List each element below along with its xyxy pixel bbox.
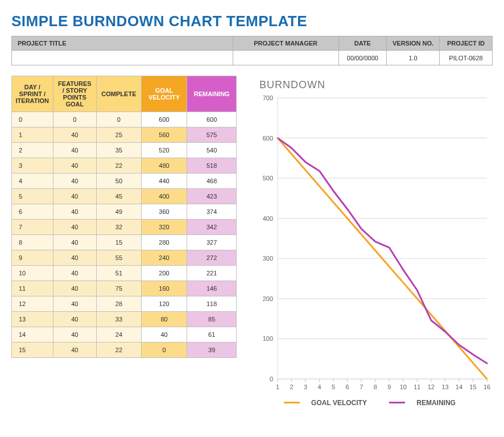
svg-text:300: 300	[263, 255, 273, 262]
cell: 40	[53, 189, 97, 204]
cell: 120	[141, 296, 187, 312]
val-project-title[interactable]	[12, 51, 233, 65]
chart-title: BURNDOWN	[259, 79, 493, 91]
cell: 40	[53, 158, 97, 174]
val-date[interactable]: 00/00/0000	[338, 51, 387, 65]
val-project-manager[interactable]	[233, 51, 338, 65]
th-day: DAY / SPRINT / ITERATION	[12, 76, 53, 112]
cell: 423	[187, 189, 237, 204]
table-row: 34022480518	[12, 158, 237, 174]
svg-text:9: 9	[387, 384, 391, 390]
svg-text:700: 700	[263, 94, 273, 101]
cell: 327	[187, 235, 237, 250]
table-row: 124028120118	[12, 296, 237, 312]
cell: 10	[12, 266, 53, 281]
cell: 24	[97, 327, 142, 343]
svg-text:15: 15	[469, 384, 476, 390]
cell: 12	[12, 296, 53, 312]
cell: 15	[97, 235, 142, 250]
svg-text:200: 200	[263, 295, 273, 302]
cell: 468	[187, 174, 237, 189]
th-project-id: PROJECT ID	[440, 36, 493, 51]
cell: 85	[187, 312, 237, 327]
cell: 320	[141, 220, 187, 235]
cell: 22	[97, 158, 142, 174]
cell: 342	[187, 220, 237, 235]
th-complete: COMPLETE	[97, 76, 142, 112]
chart-area: BURNDOWN 0100200300400500600700123456789…	[254, 76, 493, 407]
legend-goal: GOAL VELOCITY	[284, 399, 374, 407]
th-date: DATE	[338, 36, 387, 51]
table-row: 64049360374	[12, 204, 237, 220]
cell: 272	[187, 250, 237, 266]
svg-text:11: 11	[414, 384, 420, 390]
cell: 61	[187, 327, 237, 343]
table-row: 14025560575	[12, 127, 237, 143]
table-row: 104051200221	[12, 266, 237, 281]
th-project-manager: PROJECT MANAGER	[233, 36, 338, 51]
cell: 15	[12, 343, 53, 358]
cell: 40	[53, 220, 97, 235]
cell: 75	[97, 281, 142, 296]
cell: 160	[141, 281, 187, 296]
cell: 35	[97, 143, 142, 158]
cell: 33	[97, 312, 142, 327]
svg-text:100: 100	[263, 335, 273, 342]
svg-text:4: 4	[318, 384, 321, 390]
cell: 0	[97, 112, 142, 127]
cell: 25	[97, 127, 142, 143]
cell: 280	[141, 235, 187, 250]
cell: 40	[53, 281, 97, 296]
page-title: SIMPLE BURNDOWN CHART TEMPLATE	[11, 13, 493, 30]
cell: 200	[141, 266, 187, 281]
cell: 7	[12, 220, 53, 235]
cell: 11	[12, 281, 53, 296]
cell: 518	[187, 158, 237, 174]
svg-text:14: 14	[456, 384, 462, 390]
table-row: 74032320342	[12, 220, 237, 235]
cell: 40	[53, 266, 97, 281]
cell: 540	[187, 143, 237, 158]
svg-text:12: 12	[428, 384, 435, 390]
val-project-id[interactable]: PILOT-0628	[440, 51, 493, 65]
project-info-table: PROJECT TITLE PROJECT MANAGER DATE VERSI…	[11, 36, 493, 65]
cell: 400	[141, 189, 187, 204]
cell: 40	[53, 343, 97, 358]
svg-text:500: 500	[263, 175, 273, 182]
cell: 118	[187, 296, 237, 312]
cell: 0	[141, 343, 187, 358]
cell: 8	[12, 235, 53, 250]
svg-text:6: 6	[346, 384, 349, 390]
cell: 40	[53, 143, 97, 158]
cell: 40	[53, 250, 97, 266]
cell: 55	[97, 250, 142, 266]
th-remaining: REMAINING	[187, 76, 237, 112]
svg-text:0: 0	[270, 376, 273, 382]
cell: 80	[141, 312, 187, 327]
cell: 13	[12, 312, 53, 327]
legend-remaining-label: REMAINING	[416, 399, 456, 407]
svg-text:16: 16	[484, 384, 490, 390]
burndown-chart: 0100200300400500600700123456789101112131…	[254, 93, 493, 395]
legend-remaining: REMAINING	[389, 399, 462, 407]
val-version[interactable]: 1.0	[387, 51, 440, 65]
table-row: 1340338085	[12, 312, 237, 327]
svg-text:8: 8	[374, 384, 377, 390]
table-row: 24035520540	[12, 143, 237, 158]
burndown-data-table: DAY / SPRINT / ITERATION FEATURES / STOR…	[11, 76, 237, 358]
cell: 1	[12, 127, 53, 143]
table-row: 114075160146	[12, 281, 237, 296]
svg-text:1: 1	[276, 384, 279, 390]
svg-text:10: 10	[400, 384, 407, 390]
svg-text:3: 3	[304, 384, 307, 390]
cell: 40	[141, 327, 187, 343]
cell: 45	[97, 189, 142, 204]
cell: 480	[141, 158, 187, 174]
svg-text:400: 400	[263, 215, 273, 222]
svg-text:600: 600	[263, 135, 273, 142]
table-row: 84015280327	[12, 235, 237, 250]
svg-text:2: 2	[290, 384, 293, 390]
cell: 32	[97, 220, 142, 235]
svg-text:13: 13	[441, 384, 448, 390]
cell: 40	[53, 174, 97, 189]
